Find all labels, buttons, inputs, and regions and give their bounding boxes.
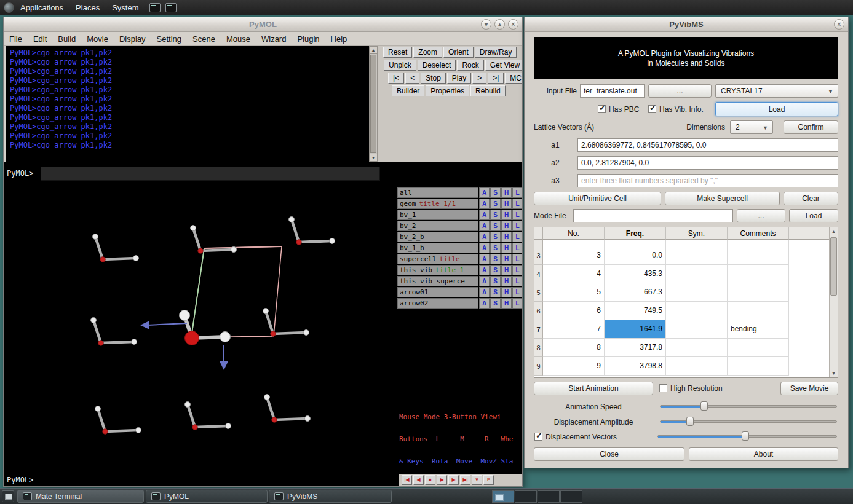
object-row-bv-1-b[interactable]: bv_1_b A S H L [397, 243, 523, 253]
step-forward-button[interactable]: ▶ [448, 475, 459, 485]
object-name[interactable]: all [400, 189, 412, 197]
obj-action-button[interactable]: A [479, 232, 490, 242]
slider-handle[interactable] [742, 431, 749, 441]
row-header[interactable]: 8 [534, 339, 543, 357]
object-row-bv-2[interactable]: bv_2 A S H L [397, 221, 523, 231]
close-icon[interactable]: × [508, 19, 518, 30]
obj-show-button[interactable]: S [490, 254, 501, 264]
cell-sym[interactable] [666, 302, 728, 320]
cell-comments[interactable] [728, 240, 789, 246]
obj-label-button[interactable]: L [512, 298, 523, 309]
object-row-all[interactable]: all A S H L [397, 187, 523, 198]
cell-comments[interactable] [728, 339, 789, 357]
taskbar-item-mate-terminal[interactable]: Mate Terminal [17, 490, 144, 503]
object-name[interactable]: bv_2 [400, 222, 416, 230]
mode-load-button[interactable]: Load [789, 209, 838, 222]
row-header[interactable]: 7 [534, 320, 543, 339]
pyvibms-titlebar[interactable]: PyVibMS × [525, 17, 848, 32]
obj-show-button[interactable]: S [490, 210, 501, 220]
table-row[interactable]: 3 3 0.0 [534, 246, 829, 265]
obj-hide-button[interactable]: H [501, 276, 512, 286]
show-desktop-button[interactable] [2, 490, 14, 502]
obj-label-button[interactable]: L [512, 187, 523, 198]
movie-last-button[interactable]: >| [488, 73, 504, 84]
obj-label-button[interactable]: L [512, 232, 523, 242]
menu-places[interactable]: Places [69, 0, 106, 15]
obj-label-button[interactable]: L [512, 287, 523, 297]
col-header-freq[interactable]: Freq. [605, 227, 666, 240]
a2-field[interactable] [577, 156, 838, 170]
cell-no[interactable]: 6 [543, 302, 605, 320]
deselect-button[interactable]: Deselect [418, 60, 456, 71]
obj-hide-button[interactable]: H [501, 210, 512, 220]
cell-no[interactable]: 9 [543, 357, 605, 376]
has-vib-info-checkbox[interactable] [648, 105, 656, 113]
obj-label-button[interactable]: L [512, 210, 523, 220]
col-header-no[interactable]: No. [543, 227, 605, 240]
obj-show-button[interactable]: S [490, 187, 501, 198]
table-row[interactable]: 9 9 3798.8 [534, 357, 829, 376]
high-resolution-checkbox[interactable] [659, 384, 667, 392]
animation-speed-slider[interactable] [660, 400, 837, 412]
menu-movie[interactable]: Movie [81, 34, 114, 44]
obj-show-button[interactable]: S [490, 232, 501, 242]
obj-hide-button[interactable]: H [501, 232, 512, 242]
cell-no[interactable]: 3 [543, 246, 605, 265]
cell-no[interactable]: 4 [543, 265, 605, 283]
obj-action-button[interactable]: A [479, 199, 490, 209]
make-supercell-button[interactable]: Make Supercell [665, 192, 780, 205]
stop-button[interactable]: Stop [421, 73, 446, 84]
table-scrollbar[interactable]: ▲ ▼ [829, 227, 838, 377]
has-pbc-checkbox[interactable] [598, 105, 606, 113]
row-header[interactable]: 9 [534, 357, 543, 376]
terminal-launcher-icon[interactable] [149, 3, 161, 12]
confirm-button[interactable]: Confirm [784, 120, 838, 134]
maximize-icon[interactable]: ▴ [494, 19, 505, 30]
mode-file-browse-button[interactable]: ... [737, 209, 785, 222]
menu-wizard[interactable]: Wizard [256, 34, 292, 44]
close-icon[interactable]: × [834, 19, 844, 30]
object-name[interactable]: this_vib [400, 266, 432, 274]
object-row-supercell[interactable]: supercelltitle A S H L [397, 254, 523, 264]
object-name[interactable]: bv_1_b [400, 244, 424, 252]
obj-hide-button[interactable]: H [501, 187, 512, 198]
rebuild-button[interactable]: Rebuild [470, 85, 506, 96]
scroll-up-icon[interactable]: ▲ [370, 47, 377, 54]
a3-field[interactable] [577, 174, 838, 187]
scrollbar-thumb[interactable] [370, 55, 376, 153]
display-launcher-icon[interactable] [165, 3, 177, 12]
start-animation-button[interactable]: Start Animation [534, 382, 653, 395]
object-row-bv-1[interactable]: bv_1 A S H L [397, 210, 523, 220]
menu-setting[interactable]: Setting [151, 34, 187, 44]
cell-freq[interactable] [605, 240, 666, 246]
cell-sym[interactable] [666, 339, 728, 357]
obj-action-button[interactable]: A [479, 243, 490, 253]
movie-next-button[interactable]: > [472, 73, 486, 84]
cell-freq[interactable]: 749.5 [605, 302, 666, 320]
obj-label-button[interactable]: L [512, 221, 523, 231]
workspace-1[interactable] [492, 490, 514, 503]
clear-button[interactable]: Clear [784, 192, 838, 205]
cell-freq[interactable]: 3798.8 [605, 357, 666, 376]
obj-hide-button[interactable]: H [501, 254, 512, 264]
workspace-3[interactable] [538, 490, 560, 503]
menu-plugin[interactable]: Plugin [292, 34, 325, 44]
unpick-button[interactable]: Unpick [384, 60, 416, 71]
obj-hide-button[interactable]: H [501, 199, 512, 209]
object-name[interactable]: geom [400, 200, 416, 208]
workspace-2[interactable] [515, 490, 537, 503]
menu-build[interactable]: Build [52, 34, 81, 44]
cell-no[interactable]: 8 [543, 339, 605, 357]
obj-action-button[interactable]: A [479, 221, 490, 231]
frequency-table[interactable]: No. Freq. Sym. Comments 2 3 3 0.0 [534, 227, 838, 378]
cell-comments[interactable] [728, 283, 789, 302]
obj-action-button[interactable]: A [479, 265, 490, 275]
taskbar-item-pymol[interactable]: PyMOL [146, 490, 268, 503]
obj-action-button[interactable]: A [479, 298, 490, 309]
cell-comments[interactable] [728, 302, 789, 320]
obj-action-button[interactable]: A [479, 287, 490, 297]
obj-show-button[interactable]: S [490, 243, 501, 253]
properties-button[interactable]: Properties [426, 85, 469, 96]
builder-button[interactable]: Builder [392, 85, 424, 96]
object-row-this-vib-supercell[interactable]: this_vib_superce A S H L [397, 276, 523, 286]
